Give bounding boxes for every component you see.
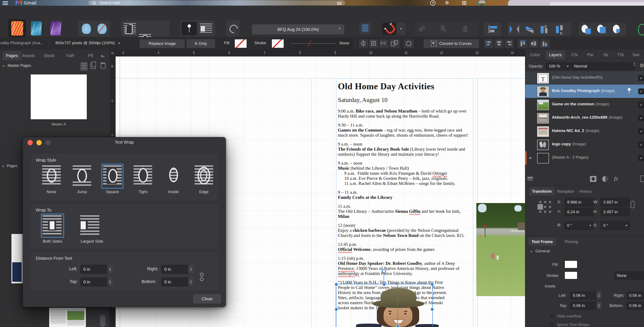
hide-overflow-checkbox[interactable] <box>549 314 554 319</box>
tab-text-frame[interactable]: Text Frame <box>528 238 556 246</box>
wrap-style-edge[interactable]: Edge <box>189 165 219 197</box>
page-thumbnail-partial[interactable] <box>12 234 23 284</box>
tf-stroke-swatch[interactable] <box>564 272 577 279</box>
fill-swatch[interactable] <box>234 39 247 48</box>
w-input[interactable]: 2.667 in <box>600 198 630 206</box>
align-center-v-icon[interactable] <box>528 39 539 48</box>
inset-left-stepper[interactable]: ▴▾ <box>596 292 602 299</box>
layer-row-aldworth[interactable]: Aldworth-Arch_rev-1200x689(Image) ✓ <box>525 111 644 125</box>
rotation-center-icon[interactable] <box>358 39 368 48</box>
h-input[interactable]: 2.457 in <box>600 208 630 216</box>
convert-to-curves-button[interactable]: ▶ Convert to Curves <box>424 39 479 48</box>
tab-text-styles[interactable]: TSt <box>617 52 624 57</box>
wrap-to-largest-side[interactable]: Largest Side <box>74 215 110 245</box>
alignment-button[interactable] <box>484 23 502 36</box>
text-align-center-h-icon[interactable] <box>494 39 504 48</box>
selection-handle-tc[interactable] <box>382 283 386 286</box>
layer-row-text[interactable]: T (Old Home Day Activities¶S) ✓ <box>525 71 644 85</box>
inset-bottom-input[interactable]: 0.06 in <box>626 302 644 310</box>
search-options-icon[interactable] <box>337 1 342 5</box>
image-dpi-dropdown[interactable]: 800x737 pixels @ 300dpi (100%)▼ <box>56 41 120 45</box>
general-collapse-icon[interactable]: ▼ <box>530 250 533 253</box>
layer-row-game-common[interactable]: Game on the common(Image) ✓ <box>525 98 644 111</box>
apps-grid-icon[interactable] <box>462 1 466 5</box>
tab-character[interactable]: Chr <box>572 52 578 57</box>
tab-pfl[interactable]: Pfl <box>88 53 93 58</box>
wrap-outline-icon[interactable] <box>124 23 136 34</box>
master-a-thumbnail[interactable] <box>31 74 87 119</box>
extra-tool-button[interactable] <box>226 20 240 36</box>
move-forward-one-icon[interactable] <box>441 25 447 33</box>
flip-vertical-icon[interactable] <box>526 26 534 33</box>
layer-row-bob-goodby[interactable]: Bob Goodby Photograph(Image) ✓ <box>525 85 644 98</box>
ignore-text-wraps-checkbox[interactable] <box>549 322 554 327</box>
align-top-icon[interactable] <box>518 39 528 48</box>
snapping-control[interactable]: ▼ <box>382 23 408 35</box>
horizontal-ruler[interactable]: 3 4 5 6 7 8 9 10 11 12 13 14 <box>116 49 541 56</box>
tab-stroke[interactable]: Str <box>603 52 609 57</box>
inset-left-input[interactable]: 0.06 in <box>570 292 598 300</box>
link-dimensions-icon[interactable] <box>631 201 634 208</box>
account-avatar[interactable] <box>479 0 485 6</box>
rotation-handle[interactable] <box>382 269 386 273</box>
tab-history[interactable]: History <box>579 189 592 194</box>
distance-right-stepper[interactable]: ▴▾ <box>188 265 194 273</box>
flip-horizontal-icon[interactable] <box>510 25 519 33</box>
inset-top-input[interactable]: 0.06 in <box>570 302 598 310</box>
gmail-search-input[interactable]: Search mail <box>88 0 345 5</box>
layer-visibility-checkbox[interactable]: ✓ <box>638 128 644 134</box>
share-icon[interactable] <box>638 24 644 35</box>
inset-top-stepper[interactable]: ▴▾ <box>596 302 602 309</box>
tab-stock[interactable]: Stock <box>44 53 54 58</box>
pin-float-button[interactable] <box>182 22 197 35</box>
distance-left-input[interactable]: 0 in <box>80 265 109 274</box>
tab-assets[interactable]: Assets <box>22 53 35 58</box>
page-thumbnail[interactable] <box>49 308 86 327</box>
tab-pinning[interactable]: Pinning <box>564 239 578 244</box>
pages-collapse-icon[interactable]: ▼ <box>2 165 5 168</box>
preflight-button[interactable] <box>359 23 371 34</box>
wrap-style-inside[interactable]: Inside <box>158 165 188 197</box>
tab-far[interactable]: FaR <box>66 53 74 58</box>
distance-left-stepper[interactable]: ▴▾ <box>107 265 113 273</box>
master-pages-collapse-icon[interactable]: ▼ <box>2 64 5 68</box>
schedule-text[interactable]: Old Home Day Activities Saturday, August… <box>338 80 472 314</box>
help-icon[interactable]: ? <box>430 0 436 6</box>
selection-handle-tl[interactable] <box>334 283 338 286</box>
flip-handles-icon[interactable] <box>379 39 389 48</box>
selection-handle-mr[interactable] <box>430 308 434 311</box>
tab-pages[interactable]: Pages <box>2 51 22 60</box>
selection-handle-bc[interactable] <box>396 325 400 327</box>
text-align-left-icon[interactable] <box>484 39 494 48</box>
layer-visibility-checkbox[interactable]: ✓ <box>638 75 644 81</box>
transform-separately-icon[interactable] <box>389 39 400 48</box>
wrap-to-both-sides[interactable]: Both Sides <box>36 215 68 245</box>
dialog-close-button[interactable]: Close <box>193 294 222 304</box>
layers-settings-icon[interactable]: ⚙ <box>640 63 644 68</box>
tf-fill-swatch[interactable] <box>564 261 577 268</box>
tf-stroke-style-dropdown[interactable]: None <box>614 272 644 280</box>
blend-stepper[interactable]: ▴▾ <box>634 62 635 66</box>
wrap-style-tight[interactable]: Tight <box>128 165 158 197</box>
no-arrange-icon[interactable] <box>98 23 107 34</box>
add-master-icon[interactable] <box>81 63 87 70</box>
image-selection-frame[interactable] <box>336 284 433 327</box>
persona-designer-button[interactable] <box>31 21 42 35</box>
distance-right-input[interactable]: 0 in <box>161 265 190 274</box>
cycle-selection-icon[interactable] <box>404 39 414 48</box>
move-to-front-icon[interactable] <box>419 25 426 33</box>
layer-visibility-checkbox[interactable]: ✓ <box>638 102 644 108</box>
trash-icon[interactable] <box>100 62 105 68</box>
wrap-style-none[interactable]: None <box>36 165 66 197</box>
distance-top-stepper[interactable]: ▴▾ <box>107 278 113 286</box>
tab-swatches[interactable]: Swt <box>632 52 639 57</box>
tab-transform[interactable]: Transform <box>529 187 555 195</box>
document-switcher-dropdown[interactable]: BFQ Aug 24 (100.0%) * <box>252 24 344 34</box>
layer-visibility-checkbox[interactable]: ✓ <box>638 155 644 161</box>
selection-handle-tr[interactable] <box>430 283 434 286</box>
shear-dropdown[interactable]: 0 °▼ <box>600 221 630 230</box>
layer-row-logo[interactable]: logo copy(Image) ✓ <box>525 138 644 151</box>
new-layer-icon[interactable] <box>640 176 644 182</box>
expand-arrow-icon[interactable]: ▶ <box>530 156 532 160</box>
stroke-width-widget[interactable]: None <box>288 38 352 49</box>
